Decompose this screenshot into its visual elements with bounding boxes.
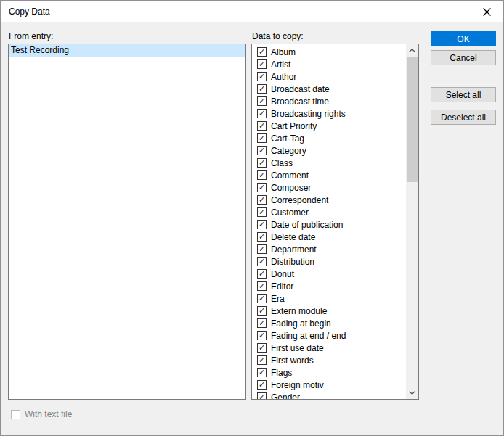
checked-checkbox[interactable]: ✓ [257, 294, 267, 303]
field-row: ✓ Class [252, 157, 406, 169]
with-text-file-label: With text file [25, 409, 72, 419]
checked-checkbox[interactable]: ✓ [257, 306, 267, 316]
checked-checkbox[interactable]: ✓ [257, 331, 267, 340]
field-label: Cart Priority [271, 121, 317, 131]
field-row: ✓ Artist [252, 58, 406, 70]
checked-checkbox[interactable]: ✓ [257, 281, 267, 291]
checked-checkbox[interactable]: ✓ [257, 170, 267, 180]
deselect-all-button[interactable]: Deselect all [431, 110, 496, 125]
field-label: Department [271, 244, 317, 255]
checked-checkbox[interactable]: ✓ [257, 220, 267, 229]
field-row: ✓ Comment [252, 169, 406, 181]
field-label: Date of publication [271, 220, 343, 230]
list-item-selected[interactable]: Test Recording [9, 44, 245, 57]
chevron-up-icon [409, 49, 415, 52]
field-label: First words [271, 355, 314, 366]
from-entry-label: From entry: [9, 31, 53, 41]
checked-checkbox[interactable]: ✓ [257, 133, 267, 143]
field-row: ✓ Date of publication [252, 218, 406, 231]
checked-checkbox[interactable]: ✓ [257, 392, 267, 399]
field-row: ✓ Flags [252, 366, 406, 379]
field-row: ✓ Gender [252, 391, 406, 399]
data-to-copy-listbox: ✓ Album ✓ Artist ✓ Author ✓ Broadcast da… [251, 44, 419, 400]
field-row: ✓ Foreign motiv [252, 379, 406, 391]
close-icon [483, 8, 491, 16]
field-label: Editor [271, 281, 293, 292]
field-row: ✓ Extern module [252, 305, 406, 317]
field-row: ✓ Author [252, 70, 406, 83]
checked-checkbox[interactable]: ✓ [257, 109, 267, 118]
close-button[interactable] [470, 1, 503, 22]
field-label: Broadcasting rights [271, 109, 346, 119]
checked-checkbox[interactable]: ✓ [257, 318, 267, 328]
from-entry-list[interactable]: Test Recording [8, 44, 246, 400]
checked-checkbox[interactable]: ✓ [257, 207, 267, 217]
field-row: ✓ First words [252, 354, 406, 366]
chevron-down-icon [409, 391, 415, 395]
checked-checkbox[interactable]: ✓ [257, 368, 267, 377]
field-row: ✓ First use date [252, 342, 406, 354]
field-label: Distribution [271, 257, 314, 267]
field-label: Fading at end / end [271, 331, 346, 341]
field-row: ✓ Category [252, 144, 406, 157]
field-label: Flags [271, 368, 292, 378]
field-row: ✓ Distribution [252, 255, 406, 268]
checked-checkbox[interactable]: ✓ [257, 269, 267, 279]
field-label: Customer [271, 207, 309, 218]
checked-checkbox[interactable]: ✓ [257, 96, 267, 106]
field-label: Donut [271, 269, 294, 279]
ok-button[interactable]: OK [431, 31, 496, 46]
field-row: ✓ Album [252, 46, 406, 58]
scrollbar[interactable] [406, 44, 418, 399]
field-label: Correspondent [271, 195, 328, 205]
field-row: ✓ Fading at end / end [252, 329, 406, 342]
checked-checkbox[interactable]: ✓ [257, 121, 267, 131]
checked-checkbox[interactable]: ✓ [257, 232, 267, 242]
checked-checkbox[interactable]: ✓ [257, 84, 267, 94]
dialog-title: Copy Data [9, 7, 50, 17]
field-label: Gender [271, 392, 300, 400]
field-label: Comment [271, 170, 309, 181]
field-row: ✓ Cart Priority [252, 120, 406, 132]
checked-checkbox[interactable]: ✓ [257, 343, 267, 353]
field-label: Composer [271, 183, 311, 193]
field-row: ✓ Cart-Tag [252, 132, 406, 144]
field-row: ✓ Department [252, 243, 406, 255]
checked-checkbox[interactable]: ✓ [257, 355, 267, 365]
field-label: Album [271, 47, 296, 57]
checked-checkbox[interactable]: ✓ [257, 183, 267, 192]
field-label: First use date [271, 343, 324, 353]
checked-checkbox[interactable]: ✓ [257, 47, 267, 57]
field-label: Fading at begin [271, 318, 331, 329]
checked-checkbox[interactable]: ✓ [257, 195, 267, 205]
cancel-button[interactable]: Cancel [431, 50, 496, 65]
checked-checkbox[interactable]: ✓ [257, 380, 267, 390]
checked-checkbox[interactable]: ✓ [257, 146, 267, 155]
checked-checkbox[interactable]: ✓ [257, 59, 267, 69]
checked-checkbox[interactable]: ✓ [257, 158, 267, 168]
scroll-down-button[interactable] [406, 387, 418, 399]
copy-data-dialog: Copy Data From entry: Test Recording Dat… [0, 0, 504, 436]
field-row: ✓ Donut [252, 268, 406, 280]
field-label: Foreign motiv [271, 380, 324, 390]
checked-checkbox[interactable]: ✓ [257, 257, 267, 266]
select-all-button[interactable]: Select all [431, 87, 496, 102]
titlebar: Copy Data [1, 1, 503, 22]
scroll-up-button[interactable] [406, 44, 418, 57]
scrollbar-thumb[interactable] [407, 57, 418, 182]
field-label: Author [271, 72, 296, 82]
field-label: Broadcast time [271, 96, 329, 107]
field-label: Category [271, 146, 306, 156]
field-row: ✓ Broadcast date [252, 83, 406, 95]
field-row: ✓ Editor [252, 280, 406, 292]
field-label: Era [271, 294, 285, 304]
field-label: Cart-Tag [271, 133, 304, 144]
field-row: ✓ Delete date [252, 231, 406, 243]
checked-checkbox[interactable]: ✓ [257, 244, 267, 254]
data-to-copy-list: ✓ Album ✓ Artist ✓ Author ✓ Broadcast da… [252, 44, 406, 399]
checked-checkbox[interactable]: ✓ [257, 72, 267, 81]
field-row: ✓ Broadcast time [252, 95, 406, 107]
field-row: ✓ Fading at begin [252, 317, 406, 329]
with-text-file-checkbox[interactable]: With text file [11, 409, 72, 419]
checkbox-box[interactable] [11, 410, 20, 419]
